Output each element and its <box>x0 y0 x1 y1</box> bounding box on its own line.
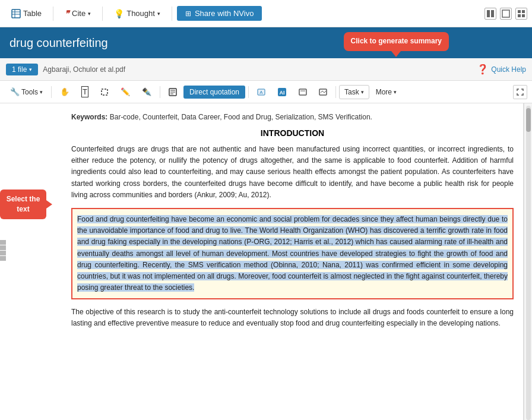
highlighted-text: Food and drug counterfeiting have become… <box>77 215 508 292</box>
task-label: Task <box>344 88 359 96</box>
divider1 <box>53 7 53 21</box>
more-chevron-icon: ▾ <box>394 89 397 95</box>
svg-rect-9 <box>518 14 521 17</box>
quick-help-label: Quick Help <box>491 65 526 74</box>
tb2-divider1 <box>51 86 52 98</box>
hand-tool-button[interactable]: ✋ <box>55 84 75 99</box>
scrollbar-thumb[interactable] <box>526 108 531 132</box>
direct-quotation-label: Direct quotation <box>189 88 239 96</box>
thought-button[interactable]: 💡 Thought ▾ <box>107 5 167 22</box>
intro-title: INTRODUCTION <box>71 128 514 138</box>
right-scrollbar[interactable] <box>524 103 532 420</box>
select-text-callout: Select the text <box>0 190 46 219</box>
divider2 <box>102 7 103 21</box>
annotate-icon: ✒️ <box>142 87 151 96</box>
quick-help-button[interactable]: ❓ Quick Help <box>477 64 526 75</box>
direct-quotation-button[interactable]: Direct quotation <box>183 86 245 99</box>
code-btn1[interactable]: A <box>252 85 271 99</box>
scrollbar-track <box>526 106 531 420</box>
table-label: Table <box>23 9 42 18</box>
share-nvivo-button[interactable]: ⊞ Share with NVivo <box>177 6 262 21</box>
intro-paragraph3: The objective of this research is to stu… <box>71 307 514 329</box>
svg-rect-22 <box>319 89 327 95</box>
more-button[interactable]: More ▾ <box>370 85 402 99</box>
cite-icon: ❞ <box>65 9 69 18</box>
tools-label: Tools <box>21 88 38 96</box>
thought-label: Thought <box>126 9 155 18</box>
highlight-icon: ✏️ <box>121 87 130 96</box>
tools-button[interactable]: 🔧 Tools ▾ <box>5 84 48 99</box>
memo-button[interactable] <box>163 85 182 99</box>
thought-icon: 💡 <box>114 9 124 18</box>
select-text-label: Select the text <box>7 195 40 213</box>
nav-arrow-up[interactable] <box>0 240 6 245</box>
file-count-label: 1 file <box>12 65 27 74</box>
keywords-value: Bar-code, Counterfeit, Data Career, Food… <box>110 113 372 121</box>
document-pane: Keywords: Bar-code, Counterfeit, Data Ca… <box>0 103 524 420</box>
nav-arrow-mid1[interactable] <box>0 245 6 250</box>
code-icon1: A <box>257 88 265 96</box>
divider3 <box>172 7 172 21</box>
ai-button[interactable]: AI <box>272 84 292 100</box>
expand-icon <box>517 89 524 96</box>
svg-rect-10 <box>522 14 525 17</box>
code-icon2 <box>299 88 307 96</box>
file-name-label: Agbaraji, Ochulor et al.pdf <box>43 65 472 74</box>
layout-icons <box>484 8 527 20</box>
file-count-badge[interactable]: 1 file ▾ <box>6 64 38 75</box>
layout-single-icon[interactable] <box>500 8 512 20</box>
more-label: More <box>376 88 392 96</box>
expand-button[interactable] <box>513 85 527 99</box>
cite-chevron-icon: ▾ <box>88 11 91 17</box>
region-select-button[interactable] <box>95 85 114 99</box>
nav-arrow-mid2[interactable] <box>0 251 6 255</box>
tools-icon: 🔧 <box>10 87 20 96</box>
keywords-line: Keywords: Bar-code, Counterfeit, Data Ca… <box>71 113 514 121</box>
svg-rect-11 <box>102 89 107 95</box>
code-btn3[interactable] <box>314 85 332 99</box>
highlight-button[interactable]: ✏️ <box>115 84 135 99</box>
code-btn2[interactable] <box>293 85 312 99</box>
callout-text: Click to generate summary <box>351 37 442 45</box>
task-chevron-icon: ▾ <box>361 89 364 95</box>
select-text-icon: T <box>81 86 88 97</box>
tb2-divider2 <box>160 86 160 98</box>
left-nav-arrows <box>0 240 6 261</box>
svg-rect-0 <box>12 10 20 18</box>
tb2-divider3 <box>248 86 249 98</box>
content-area: Select the text Keywords: Bar-code, Coun… <box>0 103 532 420</box>
annotate-button[interactable]: ✒️ <box>137 84 157 99</box>
file-count-chevron-icon: ▾ <box>29 67 32 72</box>
select-text-button[interactable]: T <box>76 83 94 100</box>
thought-chevron-icon: ▾ <box>157 11 160 17</box>
svg-rect-8 <box>522 10 525 13</box>
svg-rect-6 <box>502 10 509 17</box>
layout-split-icon[interactable] <box>484 8 496 20</box>
memo-icon <box>169 88 177 96</box>
task-button[interactable]: Task ▾ <box>339 85 369 99</box>
cite-label: Cite <box>72 9 86 18</box>
keywords-label: Keywords: <box>71 113 107 121</box>
ai-icon: AI <box>277 87 287 97</box>
top-toolbar: Table ❞ Cite ▾ 💡 Thought ▾ ⊞ Share with … <box>0 0 532 27</box>
svg-rect-7 <box>518 10 521 13</box>
generate-summary-callout[interactable]: Click to generate summary <box>344 32 449 51</box>
intro-paragraph1[interactable]: Counterfeited drugs are drugs that are n… <box>71 144 514 201</box>
code-icon3 <box>319 88 327 96</box>
cite-button[interactable]: ❞ Cite ▾ <box>58 5 97 22</box>
svg-text:AI: AI <box>280 90 285 96</box>
document-title: drug counterfeiting <box>10 36 108 50</box>
svg-rect-4 <box>487 10 490 17</box>
region-select-icon <box>100 88 109 96</box>
tb2-divider4 <box>335 86 336 98</box>
layout-grid-icon[interactable] <box>515 8 527 20</box>
table-icon <box>11 9 21 18</box>
intro-paragraph2-highlighted[interactable]: Food and drug counterfeiting have become… <box>71 208 514 299</box>
file-bar: 1 file ▾ Agbaraji, Ochulor et al.pdf ❓ Q… <box>0 58 532 81</box>
nav-arrow-down[interactable] <box>0 256 6 261</box>
svg-text:A: A <box>259 90 263 95</box>
svg-rect-20 <box>299 89 306 95</box>
table-button[interactable]: Table <box>5 5 48 22</box>
title-area: drug counterfeiting Click to generate su… <box>0 27 532 58</box>
hand-icon: ✋ <box>60 87 69 96</box>
